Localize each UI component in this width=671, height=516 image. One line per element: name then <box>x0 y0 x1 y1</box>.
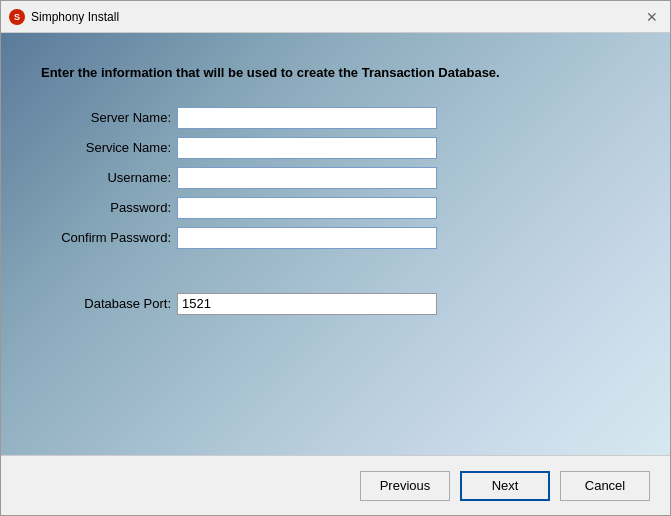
username-input[interactable] <box>177 167 437 189</box>
close-button[interactable]: ✕ <box>642 7 662 27</box>
main-window: S Simphony Install ✕ Enter the informati… <box>0 0 671 516</box>
service-name-row: Service Name: <box>41 137 437 159</box>
password-row: Password: <box>41 197 437 219</box>
description-text: Enter the information that will be used … <box>41 63 630 83</box>
username-row: Username: <box>41 167 437 189</box>
username-label: Username: <box>41 170 171 185</box>
bottom-bar: Previous Next Cancel <box>1 455 670 515</box>
previous-button[interactable]: Previous <box>360 471 450 501</box>
window-title: Simphony Install <box>31 10 119 24</box>
password-label: Password: <box>41 200 171 215</box>
title-bar: S Simphony Install ✕ <box>1 1 670 33</box>
database-port-label: Database Port: <box>41 296 171 311</box>
title-bar-left: S Simphony Install <box>9 9 119 25</box>
service-name-input[interactable] <box>177 137 437 159</box>
password-input[interactable] <box>177 197 437 219</box>
server-name-input[interactable] <box>177 107 437 129</box>
app-icon: S <box>9 9 25 25</box>
cancel-button[interactable]: Cancel <box>560 471 650 501</box>
confirm-password-label: Confirm Password: <box>41 230 171 245</box>
service-name-label: Service Name: <box>41 140 171 155</box>
form-area: Server Name: Service Name: Username: Pas… <box>41 107 630 315</box>
server-name-row: Server Name: <box>41 107 437 129</box>
confirm-password-row: Confirm Password: <box>41 227 437 249</box>
database-port-input[interactable] <box>177 293 437 315</box>
database-port-row: Database Port: <box>41 293 437 315</box>
next-button[interactable]: Next <box>460 471 550 501</box>
server-name-label: Server Name: <box>41 110 171 125</box>
confirm-password-input[interactable] <box>177 227 437 249</box>
content-area: Enter the information that will be used … <box>1 33 670 455</box>
